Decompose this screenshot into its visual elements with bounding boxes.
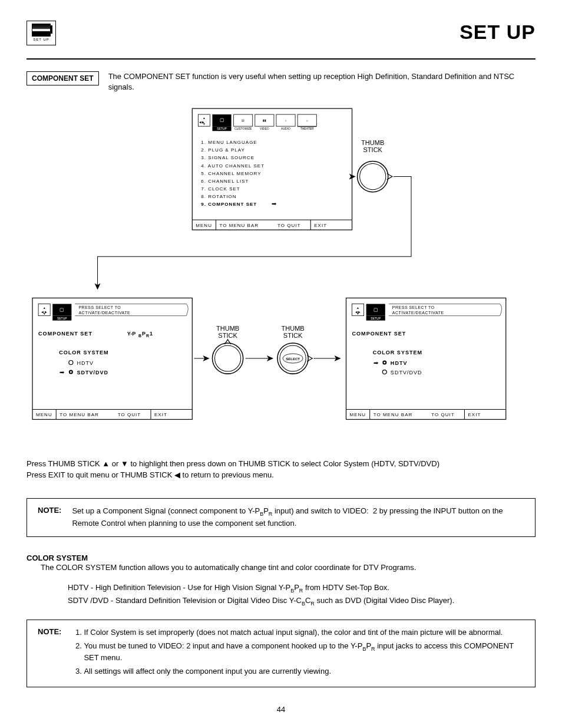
- svg-text:▢: ▢: [220, 117, 224, 123]
- svg-text:6. CHANNEL LIST: 6. CHANNEL LIST: [201, 179, 249, 184]
- color-system-heading: COLOR SYSTEM: [27, 554, 535, 562]
- svg-text:➡: ➡: [59, 369, 65, 375]
- svg-text:STICK: STICK: [283, 332, 303, 339]
- svg-point-80: [214, 345, 240, 371]
- note-1-text: Set up a Component Signal (connect compo…: [72, 506, 524, 529]
- svg-point-68: [70, 371, 72, 373]
- svg-text:TO QUIT: TO QUIT: [277, 223, 300, 228]
- svg-text:PRESS SELECT TO: PRESS SELECT TO: [392, 305, 435, 309]
- badge-label: SET UP: [33, 38, 49, 41]
- svg-text:TO MENU BAR: TO MENU BAR: [59, 413, 99, 418]
- svg-text:5. CHANNEL MEMORY: 5. CHANNEL MEMORY: [201, 171, 261, 176]
- svg-point-42: [360, 164, 386, 190]
- svg-text:1. MENU LANGUAGE: 1. MENU LANGUAGE: [201, 140, 257, 145]
- svg-text:TO MENU BAR: TO MENU BAR: [373, 413, 413, 418]
- top-screen: ▲◀ ▶▼ ▢ SETUP ▤ CUSTOMIZE ▮▮ VIDEO ♪ AUD…: [192, 108, 352, 230]
- svg-rect-21: [297, 126, 316, 127]
- left-screen: ▲◀ ▶▼ ▢ SETUP PRESS SELECT TO ACTIVATE/D…: [32, 298, 192, 420]
- note-2-list: If Color System is set improperly (does …: [72, 627, 524, 680]
- svg-text:▢: ▢: [59, 307, 64, 312]
- note-2-item-1: If Color System is set improperly (does …: [84, 627, 524, 638]
- svg-text:♪: ♪: [285, 118, 287, 122]
- svg-text:VIDEO: VIDEO: [260, 127, 269, 130]
- intro-text: The COMPONENT SET function is very usefu…: [108, 71, 535, 92]
- svg-text:SDTV/DVD: SDTV/DVD: [77, 370, 108, 375]
- note-box-2: NOTE: If Color System is set improperly …: [27, 620, 535, 687]
- center-thumb-sticks: THUMB STICK THUMB STICK SELECT: [212, 325, 312, 374]
- svg-text:2. PLUG & PLAY: 2. PLUG & PLAY: [201, 147, 245, 153]
- title-rule: [27, 58, 535, 60]
- section-label: COMPONENT SET: [27, 71, 99, 85]
- svg-text:TO QUIT: TO QUIT: [431, 413, 454, 418]
- svg-text:THUMB: THUMB: [361, 139, 384, 146]
- svg-text:THUMB: THUMB: [216, 325, 239, 332]
- instruction-line-2: Press EXIT to quit menu or THUMB STICK ◀…: [27, 470, 535, 481]
- right-screen: ▲◀ ▶▼ ▢ SETUP PRESS SELECT TO ACTIVATE/D…: [346, 298, 506, 420]
- color-system-section: COLOR SYSTEM The COLOR SYSTEM function a…: [27, 554, 535, 608]
- svg-text:Y-P: Y-P: [127, 331, 136, 337]
- svg-text:MENU: MENU: [36, 413, 52, 418]
- intro-row: COMPONENT SET The COMPONENT SET function…: [27, 71, 535, 92]
- svg-text:COMPONENT SET: COMPONENT SET: [352, 331, 406, 337]
- svg-text:HDTV: HDTV: [391, 360, 408, 366]
- svg-text:R: R: [146, 334, 149, 338]
- svg-text:4. AUTO CHANNEL SET: 4. AUTO CHANNEL SET: [201, 163, 265, 169]
- top-thumb-stick: THUMB STICK: [358, 139, 392, 192]
- note-1-label: NOTE:: [38, 506, 61, 529]
- svg-text:P: P: [142, 331, 146, 337]
- svg-point-107: [384, 362, 385, 364]
- svg-text:▲: ▲: [356, 306, 359, 309]
- svg-text:▼: ▼: [356, 312, 359, 315]
- svg-text:AUDIO: AUDIO: [281, 127, 290, 130]
- svg-text:8. ROTATION: 8. ROTATION: [201, 194, 236, 199]
- svg-text:EXIT: EXIT: [314, 223, 327, 228]
- svg-text:THUMB: THUMB: [281, 325, 304, 332]
- svg-text:STICK: STICK: [218, 332, 237, 339]
- svg-text:COLOR SYSTEM: COLOR SYSTEM: [59, 350, 108, 355]
- svg-text:9. COMPONENT SET: 9. COMPONENT SET: [201, 202, 257, 207]
- note-box-1: NOTE: Set up a Component Signal (connect…: [27, 498, 535, 536]
- color-system-sdtv: SDTV /DVD - Standard Definition Televisi…: [68, 595, 535, 608]
- svg-text:EXIT: EXIT: [468, 413, 481, 418]
- note-2-item-3: All settings will affect only the compon…: [84, 666, 524, 677]
- svg-text:➡: ➡: [373, 360, 379, 366]
- svg-text:➡: ➡: [272, 200, 277, 207]
- svg-text:MENU: MENU: [350, 413, 366, 418]
- svg-text:SETUP: SETUP: [371, 317, 381, 320]
- page-number: 44: [27, 705, 535, 714]
- svg-text:TO MENU BAR: TO MENU BAR: [220, 223, 259, 228]
- svg-text:COLOR SYSTEM: COLOR SYSTEM: [373, 350, 422, 355]
- color-system-hdtv: HDTV - High Definition Television - Use …: [68, 582, 535, 595]
- svg-text:3. SIGNAL SOURCE: 3. SIGNAL SOURCE: [201, 156, 254, 161]
- svg-point-109: [382, 370, 386, 374]
- svg-text:SETUP: SETUP: [217, 127, 227, 130]
- svg-text:HDTV: HDTV: [77, 360, 94, 366]
- svg-text:▮▮: ▮▮: [263, 118, 266, 122]
- svg-text:▼: ▼: [203, 122, 206, 126]
- svg-text:ACTIVATE/DEACTIVATE: ACTIVATE/DEACTIVATE: [78, 311, 130, 315]
- svg-text:▤: ▤: [242, 118, 244, 122]
- svg-text:SDTV/DVD: SDTV/DVD: [391, 370, 422, 375]
- svg-point-79: [212, 343, 243, 374]
- svg-text:MENU: MENU: [196, 223, 212, 228]
- svg-text:1: 1: [150, 331, 153, 337]
- page-title: SET UP: [459, 21, 535, 44]
- note-2-item-2: You must be tuned to VIDEO: 2 input and …: [84, 641, 524, 664]
- svg-point-64: [69, 361, 73, 365]
- svg-text:▼: ▼: [43, 312, 46, 315]
- svg-text:⌂: ⌂: [306, 118, 308, 122]
- svg-text:SETUP: SETUP: [57, 317, 67, 320]
- page-header: SET UP SET UP: [27, 21, 535, 45]
- svg-text:CUSTOMIZE: CUSTOMIZE: [234, 127, 252, 130]
- color-system-intro: The COLOR SYSTEM function allows you to …: [41, 562, 535, 574]
- diagram-area: ▲◀ ▶▼ ▢ SETUP ▤ CUSTOMIZE ▮▮ VIDEO ♪ AUD…: [27, 103, 535, 440]
- svg-text:THEATER: THEATER: [300, 127, 314, 130]
- note-2-label: NOTE:: [38, 627, 61, 680]
- svg-text:B: B: [138, 334, 141, 338]
- svg-point-41: [358, 162, 388, 192]
- svg-text:7. CLOCK SET: 7. CLOCK SET: [201, 186, 240, 192]
- svg-text:SELECT: SELECT: [286, 357, 300, 361]
- svg-text:EXIT: EXIT: [154, 413, 167, 418]
- svg-text:▢: ▢: [373, 307, 378, 312]
- instructions: Press THUMB STICK ▲ or ▼ to highlight th…: [27, 459, 535, 481]
